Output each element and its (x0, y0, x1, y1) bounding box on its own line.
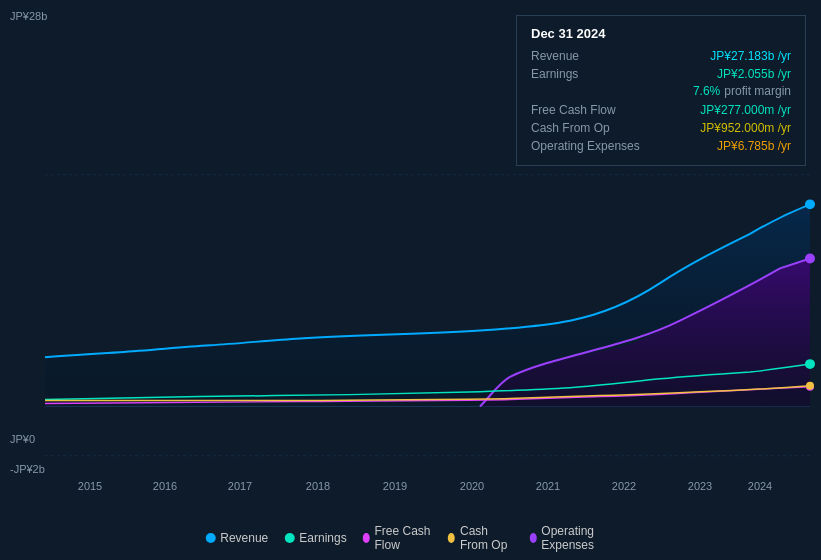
legend-label-earnings: Earnings (299, 531, 346, 545)
svg-point-7 (806, 382, 814, 390)
legend-dot-earnings (284, 533, 294, 543)
x-label-2015: 2015 (78, 480, 102, 492)
legend-label-cfo: Cash From Op (460, 524, 514, 552)
legend-label-opex: Operating Expenses (541, 524, 615, 552)
y-label-top: JP¥28b (10, 10, 47, 22)
legend-dot-opex (529, 533, 536, 543)
x-label-2024: 2024 (748, 480, 772, 492)
legend-label-fcf: Free Cash Flow (374, 524, 432, 552)
cfo-value: JP¥952.000m /yr (700, 121, 791, 135)
legend-revenue[interactable]: Revenue (205, 531, 268, 545)
earnings-value: JP¥2.055b /yr (717, 67, 791, 81)
x-label-2018: 2018 (306, 480, 330, 492)
chart-legend: Revenue Earnings Free Cash Flow Cash Fro… (205, 524, 616, 552)
chart-svg: 2015 2016 2017 2018 2019 2020 2021 2022 … (0, 155, 821, 510)
legend-earnings[interactable]: Earnings (284, 531, 346, 545)
date-header: Dec 31 2024 (531, 26, 791, 41)
legend-label-revenue: Revenue (220, 531, 268, 545)
opex-value: JP¥6.785b /yr (717, 139, 791, 153)
legend-dot-cfo (448, 533, 455, 543)
x-label-2020: 2020 (460, 480, 484, 492)
svg-point-4 (805, 254, 815, 264)
info-tooltip: Dec 31 2024 Revenue JP¥27.183b /yr Earni… (516, 15, 806, 166)
x-label-2023: 2023 (688, 480, 712, 492)
x-label-2022: 2022 (612, 480, 636, 492)
profit-pct: 7.6% (693, 84, 720, 98)
earnings-label: Earnings (531, 67, 661, 81)
fcf-value: JP¥277.000m /yr (700, 103, 791, 117)
chart-area: 2015 2016 2017 2018 2019 2020 2021 2022 … (0, 155, 821, 510)
legend-dot-revenue (205, 533, 215, 543)
x-label-2021: 2021 (536, 480, 560, 492)
x-label-2019: 2019 (383, 480, 407, 492)
legend-opex[interactable]: Operating Expenses (529, 524, 615, 552)
legend-cfo[interactable]: Cash From Op (448, 524, 513, 552)
legend-fcf[interactable]: Free Cash Flow (363, 524, 433, 552)
legend-dot-fcf (363, 533, 370, 543)
opex-label: Operating Expenses (531, 139, 661, 153)
svg-point-3 (805, 199, 815, 209)
x-label-2017: 2017 (228, 480, 252, 492)
revenue-label: Revenue (531, 49, 661, 63)
fcf-label: Free Cash Flow (531, 103, 661, 117)
x-label-2016: 2016 (153, 480, 177, 492)
cfo-label: Cash From Op (531, 121, 661, 135)
svg-point-5 (805, 359, 815, 369)
revenue-value: JP¥27.183b /yr (710, 49, 791, 63)
profit-label: profit margin (724, 84, 791, 98)
